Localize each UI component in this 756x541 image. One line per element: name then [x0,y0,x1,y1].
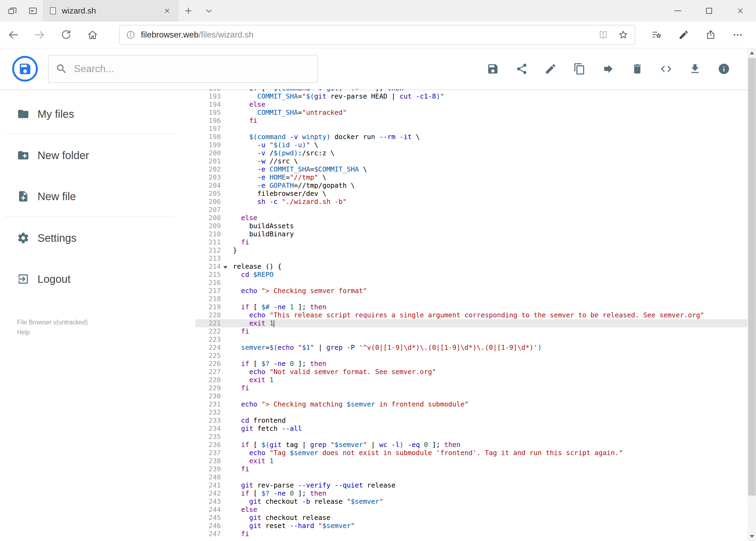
code-line-197[interactable]: 197 [195,125,747,133]
new-tab-button[interactable] [178,0,199,22]
code-line-230[interactable]: 230 [195,392,747,400]
code-line-195[interactable]: 195 COMMIT_SHA="untracked" [195,109,747,117]
code-line-207[interactable]: 207 [195,206,747,214]
edit-button[interactable] [536,53,565,85]
download-button[interactable] [680,53,709,85]
scroll-down-button[interactable] [748,532,756,541]
code-line-228[interactable]: 228 exit 1 [195,376,747,384]
code-line-220[interactable]: 220 echo "This release script requires a… [195,311,747,319]
code-line-215[interactable]: 215 cd $REPO [195,270,747,279]
code-line-209[interactable]: 209 buildAssets [195,222,747,230]
code-line-194[interactable]: 194 else [195,101,747,109]
code-line-205[interactable]: 205 filebrowser/dev \ [195,190,747,198]
favorites-hub-button[interactable] [643,22,670,48]
code-line-242[interactable]: 242 if [ $? -ne 0 ]; then [195,489,747,497]
fold-arrow-icon[interactable] [223,266,227,269]
code-line-232[interactable]: 232 [195,408,747,416]
code-line-211[interactable]: 211 fi [195,238,747,246]
code-line-227[interactable]: 227 echo "Not valid semver format. See s… [195,368,747,376]
tab-preview-toggle-button[interactable] [199,0,219,22]
code-line-219[interactable]: 219 if [ $# -ne 1 ]; then [195,303,747,311]
code-line-245[interactable]: 245 git checkout release [195,514,747,522]
code-line-229[interactable]: 229 fi [195,384,747,392]
code-line-206[interactable]: 206 sh -c "./wizard.sh -b" [195,198,747,206]
code-line-233[interactable]: 233 cd frontend [195,416,747,425]
sidebar-item-new-file[interactable]: New file [0,186,195,207]
address-bar[interactable]: filebrowser.web/files/wizard.sh [119,25,635,45]
filebrowser-logo[interactable] [12,56,38,82]
code-line-202[interactable]: 202 -e COMMIT_SHA=$COMMIT_SHA \ [195,165,747,174]
home-button[interactable] [79,22,106,48]
code-line-192[interactable]: 192 if [ "$(command -v git)" != "" ]; th… [195,89,747,92]
code-line-239[interactable]: 239 fi [195,465,747,473]
code-line-210[interactable]: 210 buildBinary [195,230,747,238]
copy-button[interactable] [565,53,594,85]
site-info-icon[interactable] [126,30,135,40]
code-line-246[interactable]: 246 git reset --hard "$semver" [195,522,747,530]
refresh-button[interactable] [53,22,79,48]
sidebar-item-my-files[interactable]: My files [0,103,195,125]
code-line-236[interactable]: 236 if [ $(git tag | grep "$semver" | wc… [195,441,747,449]
tab-close-button[interactable] [161,5,173,17]
code-line-216[interactable]: 216 [195,279,747,287]
code-line-198[interactable]: 198 $(command -v winpty) docker run --rm… [195,133,747,141]
back-button[interactable] [0,22,26,48]
code-line-238[interactable]: 238 exit 1 [195,457,747,465]
sidebar-item-new-folder[interactable]: New folder [0,145,195,166]
code-line-193[interactable]: 193 COMMIT_SHA="$(git rev-parse HEAD | c… [195,92,747,101]
save-button[interactable] [478,53,507,85]
code-line-247[interactable]: 247 fi [195,530,747,538]
web-note-button[interactable] [670,22,697,48]
more-button[interactable] [724,22,751,48]
code-line-224[interactable]: 224 semver=$(echo "$1" | grep -P '^v(0|[… [195,343,747,352]
code-line-240[interactable]: 240 [195,473,747,481]
code-editor[interactable]: 192 if [ "$(command -v git)" != "" ]; th… [195,89,747,541]
code-line-217[interactable]: 217 echo "> Checking semver format" [195,287,747,295]
share-button[interactable] [507,53,536,85]
code-line-221[interactable]: 221 exit 1 [195,319,747,327]
code-line-237[interactable]: 237 echo "Tag $semver does not exist in … [195,449,747,457]
close-window-button[interactable] [725,0,756,22]
delete-button[interactable] [623,53,651,85]
maximize-button[interactable] [693,0,725,22]
code-line-208[interactable]: 208 else [195,214,747,222]
code-line-244[interactable]: 244 else [195,506,747,514]
sidebar-item-logout[interactable]: Logout [0,268,195,290]
code-line-214[interactable]: 214release () { [195,263,747,270]
scrollbar-thumb[interactable] [748,58,756,496]
code-line-218[interactable]: 218 [195,295,747,303]
code-line-204[interactable]: 204 -e GOPATH=//tmp/gopath \ [195,182,747,190]
move-button[interactable] [594,53,623,85]
code-line-200[interactable]: 200 -v /$(pwd):/src:z \ [195,149,747,157]
code-line-222[interactable]: 222 fi [195,327,747,335]
search-input[interactable] [74,63,310,75]
set-tabs-aside-button[interactable] [23,0,43,22]
code-line-213[interactable]: 213 [195,255,747,263]
info-button[interactable] [709,53,738,85]
page-scrollbar[interactable] [747,48,756,541]
code-line-241[interactable]: 241 git rev-parse --verify --quiet relea… [195,481,747,489]
code-line-243[interactable]: 243 git checkout -b release "$semver" [195,497,747,506]
minimize-button[interactable] [662,0,693,22]
tabs-you-set-aside-button[interactable] [2,0,23,22]
code-line-225[interactable]: 225 [195,352,747,360]
code-line-203[interactable]: 203 -e HOME="//tmp" \ [195,174,747,182]
forward-button[interactable] [26,22,53,48]
code-line-231[interactable]: 231 echo "> Checking matching $semver in… [195,400,747,408]
code-line-212[interactable]: 212} [195,246,747,255]
code-line-223[interactable]: 223 [195,335,747,343]
active-tab[interactable]: wizard.sh [43,0,178,22]
code-line-234[interactable]: 234 git fetch --all [195,425,747,433]
scroll-up-button[interactable] [748,48,756,58]
reading-view-icon[interactable] [598,29,609,40]
search-bar[interactable] [48,55,318,83]
code-line-235[interactable]: 235 [195,433,747,441]
sidebar-item-settings[interactable]: Settings [0,227,195,249]
share-button[interactable] [697,22,724,48]
code-line-226[interactable]: 226 if [ $? -ne 0 ]; then [195,360,747,368]
code-line-199[interactable]: 199 -u "$(id -u)" \ [195,141,747,149]
code-button[interactable] [651,53,680,85]
add-favorite-star-icon[interactable] [618,29,629,40]
code-line-201[interactable]: 201 -w //src \ [195,157,747,165]
help-link[interactable]: Help [17,327,88,337]
